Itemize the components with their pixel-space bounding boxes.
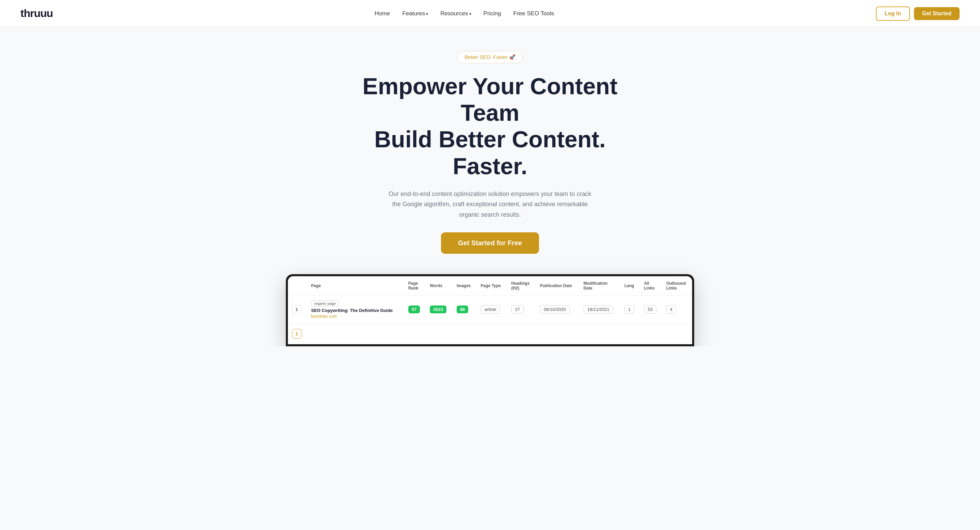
data-table: Page PageRank Words Images Page Type Hea…	[288, 276, 692, 344]
alllinks-badge: 53	[644, 305, 656, 314]
pagetype-badge: article	[481, 305, 500, 314]
dashboard-card: Page PageRank Words Images Page Type Hea…	[286, 274, 694, 346]
headings-cell: 27	[508, 295, 536, 324]
hero-cta-button[interactable]: Get Started for Free	[441, 232, 539, 254]
table-row: 1 organic page SEO Copywriting: The Defi…	[288, 295, 692, 324]
headings-badge: 27	[511, 305, 524, 314]
nav-pricing[interactable]: Pricing	[484, 10, 501, 17]
rank-cell: 57	[404, 295, 426, 324]
col-header-outbound: OutboundLinks	[662, 276, 692, 296]
images-cell: 88	[453, 295, 477, 324]
lang-badge: 1	[624, 305, 634, 314]
data-table-container: Page PageRank Words Images Page Type Hea…	[288, 276, 692, 344]
col-header-rank: PageRank	[404, 276, 426, 296]
hero-section: Better SEO. Faster 🚀 Empower Your Conten…	[0, 27, 980, 274]
words-badge: 3523	[430, 305, 447, 313]
moddate-badge: 18/11/2021	[584, 305, 613, 314]
nav-features[interactable]: Features▾	[402, 10, 428, 17]
table-row: 2	[288, 324, 692, 344]
col-header-pubdate: Publication Date	[536, 276, 579, 296]
pubdate-cell: 06/10/2020	[536, 295, 579, 324]
outbound-badge: 4	[666, 305, 676, 314]
dashboard-preview: Page PageRank Words Images Page Type Hea…	[0, 274, 980, 346]
words-cell: 3523	[426, 295, 453, 324]
row-number: 2	[292, 329, 301, 338]
pubdate-badge: 06/10/2020	[540, 305, 570, 314]
row-num-cell: 2	[288, 324, 307, 344]
login-button[interactable]: Log In	[876, 6, 910, 21]
empty-cell	[307, 324, 692, 344]
page-url[interactable]: backlinko.com	[311, 314, 400, 319]
col-header-images: Images	[453, 276, 477, 296]
navbar: thruuu Home Features▾ Resources▾ Pricing…	[0, 0, 980, 27]
col-header-words: Words	[426, 276, 453, 296]
alllinks-cell: 53	[640, 295, 662, 324]
hero-subtext: Our end-to-end content optimization solu…	[388, 189, 592, 220]
hero-headline: Empower Your Content Team Build Better C…	[337, 73, 643, 179]
moddate-cell: 18/11/2021	[579, 295, 620, 324]
col-header-headings: Headings(H2)	[508, 276, 536, 296]
logo[interactable]: thruuu	[21, 7, 53, 20]
row-number: 1	[292, 305, 301, 314]
col-header-alllinks: AllLinks	[640, 276, 662, 296]
pagetype-cell: article	[477, 295, 508, 324]
page-title: SEO Copywriting: The Definitive Guide	[311, 308, 400, 313]
col-header-moddate: ModificationDate	[579, 276, 620, 296]
chevron-down-icon: ▾	[469, 11, 471, 16]
col-header-page: Page	[307, 276, 404, 296]
lang-cell: 1	[620, 295, 640, 324]
col-header-num	[288, 276, 307, 296]
chevron-down-icon: ▾	[426, 11, 428, 16]
get-started-nav-button[interactable]: Get Started	[914, 7, 959, 20]
page-cell: organic page SEO Copywriting: The Defini…	[307, 295, 404, 324]
nav-home[interactable]: Home	[375, 10, 390, 17]
col-header-pagetype: Page Type	[477, 276, 508, 296]
dashboard-inner: Page PageRank Words Images Page Type Hea…	[288, 276, 692, 344]
nav-actions: Log In Get Started	[876, 6, 959, 21]
organic-badge: organic page	[311, 300, 339, 306]
nav-resources[interactable]: Resources▾	[440, 10, 471, 17]
nav-free-seo-tools[interactable]: Free SEO Tools	[514, 10, 554, 17]
table-header-row: Page PageRank Words Images Page Type Hea…	[288, 276, 692, 296]
hero-badge: Better SEO. Faster 🚀	[457, 51, 523, 63]
outbound-cell: 4	[662, 295, 692, 324]
images-badge: 88	[457, 305, 468, 313]
rank-badge: 57	[408, 305, 420, 313]
row-num-cell: 1	[288, 295, 307, 324]
col-header-lang: Lang	[620, 276, 640, 296]
